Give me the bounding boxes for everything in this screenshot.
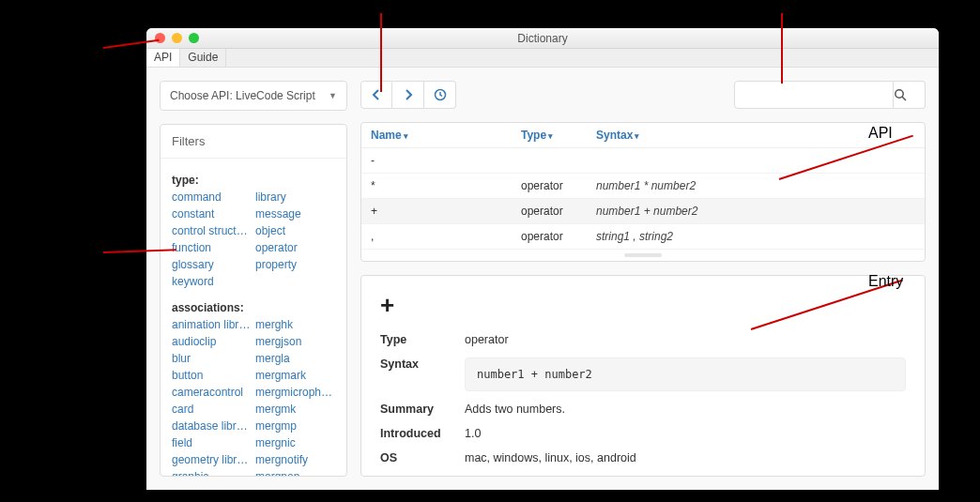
list-row[interactable]: ,operatorstring1 , string2 bbox=[361, 224, 925, 250]
sidebar: Choose API: LiveCode Script ▼ Filters ty… bbox=[160, 81, 347, 477]
detail-value-type: operator bbox=[465, 333, 906, 346]
chevron-right-icon bbox=[404, 89, 413, 100]
window-title: Dictionary bbox=[146, 32, 939, 45]
search bbox=[734, 81, 926, 109]
row-name: + bbox=[371, 205, 521, 218]
filter-assoc-blur[interactable]: blur bbox=[172, 350, 252, 367]
filter-type-message[interactable]: message bbox=[255, 205, 335, 222]
filter-assoc-animation-library[interactable]: animation library bbox=[172, 316, 252, 333]
filter-assoc-field[interactable]: field bbox=[172, 434, 252, 451]
col-syntax[interactable]: Syntax bbox=[596, 129, 915, 142]
filter-type-function[interactable]: function bbox=[172, 239, 252, 256]
history-button[interactable] bbox=[424, 81, 456, 109]
callout-line bbox=[380, 13, 382, 92]
filter-assoc-button[interactable]: button bbox=[172, 367, 252, 384]
search-icon bbox=[894, 88, 907, 101]
filter-assoc-graphic[interactable]: graphic bbox=[172, 468, 252, 476]
filter-assoc-mergjson[interactable]: mergjson bbox=[255, 333, 335, 350]
filter-group-assoc: associations: bbox=[172, 299, 335, 316]
body: Choose API: LiveCode Script ▼ Filters ty… bbox=[146, 68, 939, 490]
tabbar: API Guide bbox=[146, 49, 939, 68]
detail-label-summary: Summary bbox=[380, 403, 465, 416]
main: Name Type Syntax -*operatornumber1 * num… bbox=[360, 81, 926, 477]
detail-label-syntax: Syntax bbox=[380, 357, 465, 371]
chevron-down-icon: ▼ bbox=[329, 91, 337, 100]
detail-value-introduced: 1.0 bbox=[465, 427, 906, 440]
filter-assoc-audioclip[interactable]: audioclip bbox=[172, 333, 252, 350]
detail-label-os: OS bbox=[380, 451, 465, 464]
forward-button[interactable] bbox=[392, 81, 424, 109]
filter-type-command[interactable]: command bbox=[172, 189, 252, 205]
filter-assoc-mergpop[interactable]: mergpop bbox=[255, 468, 335, 476]
detail-label-type: Type bbox=[380, 333, 465, 346]
search-button[interactable] bbox=[894, 81, 926, 109]
filter-type-control-structure[interactable]: control structure bbox=[172, 222, 252, 239]
filter-type-constant[interactable]: constant bbox=[172, 205, 252, 222]
history-buttons bbox=[360, 81, 456, 109]
row-name: * bbox=[371, 179, 521, 192]
col-type[interactable]: Type bbox=[521, 129, 596, 142]
row-type: operator bbox=[521, 230, 596, 243]
search-input[interactable] bbox=[734, 81, 894, 109]
list-row[interactable]: - bbox=[361, 148, 925, 174]
filters-body: type: commandlibraryconstantmessagecontr… bbox=[161, 159, 346, 476]
filter-assoc-cameracontrol[interactable]: cameracontrol bbox=[172, 384, 252, 401]
filter-assoc-mergla[interactable]: mergla bbox=[255, 350, 335, 367]
filter-assoc-mergmp[interactable]: mergmp bbox=[255, 418, 335, 434]
detail-value-platforms: desktop, server, mobile bbox=[465, 476, 906, 477]
col-name[interactable]: Name bbox=[371, 129, 521, 142]
tab-api[interactable]: API bbox=[146, 49, 180, 67]
filter-type-property[interactable]: property bbox=[255, 256, 335, 273]
filter-type-object[interactable]: object bbox=[255, 222, 335, 239]
svg-line-2 bbox=[902, 97, 906, 100]
list-row[interactable]: *operatornumber1 * number2 bbox=[361, 174, 925, 199]
filter-type-glossary[interactable]: glossary bbox=[172, 256, 252, 273]
filter-assoc-mergmark[interactable]: mergmark bbox=[255, 367, 335, 384]
entry-list: Name Type Syntax -*operatornumber1 * num… bbox=[360, 122, 926, 262]
row-type: operator bbox=[521, 205, 596, 218]
titlebar: Dictionary bbox=[146, 28, 939, 49]
filter-type-library[interactable]: library bbox=[255, 189, 335, 205]
filters-header: Filters bbox=[161, 125, 346, 159]
filter-assoc-merghk[interactable]: merghk bbox=[255, 316, 335, 333]
svg-point-1 bbox=[896, 90, 903, 98]
back-button[interactable] bbox=[360, 81, 392, 109]
filters-panel: Filters type: commandlibraryconstantmess… bbox=[160, 124, 347, 477]
filter-assoc-database-library[interactable]: database library bbox=[172, 418, 252, 434]
column-headers[interactable]: Name Type Syntax bbox=[361, 123, 925, 148]
dictionary-window: Dictionary API Guide Choose API: LiveCod… bbox=[146, 28, 939, 490]
callout-line bbox=[781, 13, 783, 84]
row-syntax: number1 + number2 bbox=[596, 205, 915, 218]
filter-assoc-mergmk[interactable]: mergmk bbox=[255, 401, 335, 418]
row-syntax: string1 , string2 bbox=[596, 230, 915, 243]
detail-value-os: mac, windows, linux, ios, android bbox=[465, 451, 906, 464]
api-select-label: Choose API: LiveCode Script bbox=[170, 89, 315, 102]
detail-label-introduced: Introduced bbox=[380, 427, 465, 440]
row-name: - bbox=[371, 154, 521, 167]
callout-label-api: API bbox=[868, 125, 893, 142]
clock-icon bbox=[434, 88, 447, 101]
filter-assoc-mergnic[interactable]: mergnic bbox=[255, 434, 335, 451]
tab-guide[interactable]: Guide bbox=[180, 49, 226, 67]
filter-assoc-card[interactable]: card bbox=[172, 401, 252, 418]
detail-value-summary: Adds two numbers. bbox=[465, 403, 906, 416]
resize-handle[interactable] bbox=[624, 253, 662, 257]
entry-detail: + Type operator Syntax number1 + number2… bbox=[360, 275, 926, 477]
filter-assoc-mergmicrophone[interactable]: mergmicrophone bbox=[255, 384, 335, 401]
toolbar bbox=[360, 81, 926, 109]
row-type: operator bbox=[521, 179, 596, 192]
filter-assoc-mergnotify[interactable]: mergnotify bbox=[255, 451, 335, 468]
callout-label-entry: Entry bbox=[868, 273, 903, 290]
filter-type-keyword[interactable]: keyword bbox=[172, 273, 252, 290]
list-row[interactable]: +operatornumber1 + number2 bbox=[361, 199, 925, 224]
filter-group-type: type: bbox=[172, 172, 335, 189]
row-name: , bbox=[371, 230, 521, 243]
filter-type-operator[interactable]: operator bbox=[255, 239, 335, 256]
row-syntax: number1 * number2 bbox=[596, 179, 915, 192]
api-select[interactable]: Choose API: LiveCode Script ▼ bbox=[160, 81, 347, 111]
detail-value-syntax: number1 + number2 bbox=[465, 357, 906, 391]
filter-assoc-geometry-library[interactable]: geometry library bbox=[172, 451, 252, 468]
detail-label-platforms: Platforms bbox=[380, 476, 465, 477]
